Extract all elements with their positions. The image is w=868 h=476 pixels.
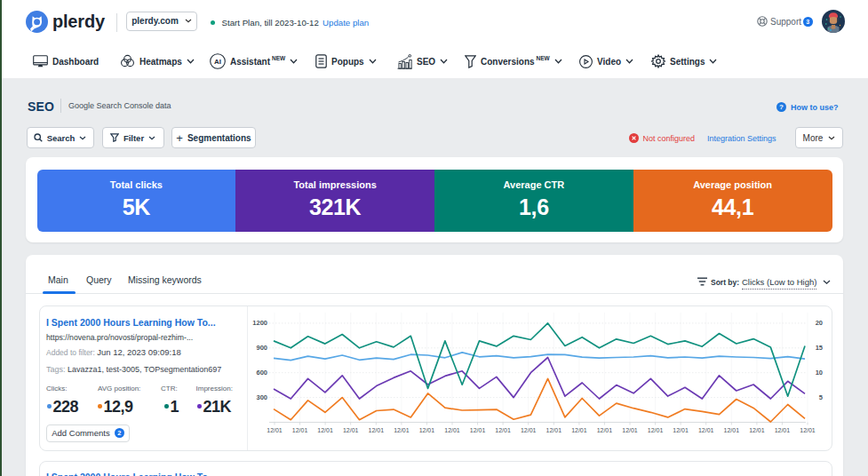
- svg-text:300: 300: [256, 393, 267, 401]
- svg-text:5: 5: [819, 393, 823, 401]
- svg-text:12/01: 12/01: [800, 427, 816, 433]
- svg-text:12/01: 12/01: [724, 427, 740, 433]
- svg-text:12/01: 12/01: [292, 427, 308, 433]
- svg-text:12/01: 12/01: [622, 427, 638, 433]
- svg-text:12/01: 12/01: [648, 427, 664, 433]
- svg-text:10: 10: [816, 369, 823, 377]
- svg-text:12/01: 12/01: [495, 427, 511, 433]
- svg-text:1200: 1200: [252, 319, 267, 327]
- svg-text:12/01: 12/01: [698, 427, 714, 433]
- svg-text:12/01: 12/01: [343, 427, 359, 433]
- svg-text:12/01: 12/01: [470, 427, 486, 433]
- svg-text:12/01: 12/01: [521, 427, 537, 433]
- svg-text:600: 600: [256, 369, 267, 377]
- svg-text:12/01: 12/01: [571, 427, 587, 433]
- svg-text:12/01: 12/01: [546, 427, 562, 433]
- svg-text:12/01: 12/01: [419, 427, 435, 433]
- svg-text:12/01: 12/01: [369, 427, 385, 433]
- svg-text:12/01: 12/01: [444, 427, 460, 433]
- svg-text:15: 15: [816, 344, 823, 352]
- svg-text:20: 20: [816, 319, 823, 327]
- svg-text:12/01: 12/01: [267, 427, 283, 433]
- svg-text:12/01: 12/01: [749, 427, 765, 433]
- svg-text:900: 900: [256, 344, 267, 352]
- svg-text:AI: AI: [214, 58, 221, 66]
- svg-text:12/01: 12/01: [673, 427, 689, 433]
- svg-text:12/01: 12/01: [775, 427, 791, 433]
- svg-text:12/01: 12/01: [597, 427, 613, 433]
- svg-text:12/01: 12/01: [394, 427, 410, 433]
- svg-text:12/01: 12/01: [317, 427, 333, 433]
